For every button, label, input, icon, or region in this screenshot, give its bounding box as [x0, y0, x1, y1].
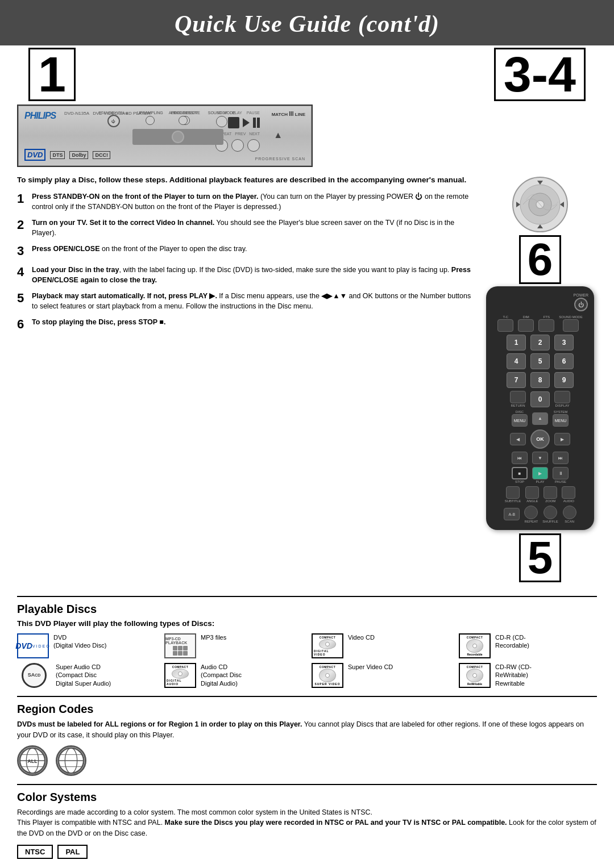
remote-power-row: POWER ⏻ — [492, 293, 588, 311]
num-5-button[interactable]: 5 — [530, 353, 550, 369]
disc-menu-button[interactable]: MENU — [512, 414, 528, 427]
fts-button[interactable] — [538, 319, 554, 332]
mp3-disc-item: MP3-CD PLAYBACK MP3 files — [164, 633, 302, 658]
remote-menu-row: DISC MENU ▲ SYSTEM MENU — [492, 410, 588, 427]
return-button[interactable] — [510, 391, 526, 403]
eject-button[interactable]: ▲ — [273, 130, 283, 140]
audiocd-disc-item: COMPACT DIGITAL AUDIO Audio CD(Compact D… — [164, 663, 302, 688]
step-1: 1 Press STANDBY-ON on the front of the P… — [17, 191, 472, 212]
dvd-logo: DVD VIDEO — [17, 633, 49, 658]
steps-list: 1 Press STANDBY-ON on the front of the P… — [17, 191, 472, 332]
page-title: Quick Use Guide (cont'd) — [0, 10, 614, 37]
display-button[interactable] — [554, 391, 570, 403]
step-3: 3 Press OPEN/CLOSE on the front of the P… — [17, 244, 472, 258]
remote-nav-row: ⏮ ▼ ⏭ — [492, 452, 588, 464]
step-2-number: 2 — [17, 218, 27, 232]
up-arrow-button[interactable]: ▲ — [532, 412, 548, 425]
mp3-desc: MP3 files — [201, 633, 226, 641]
stop-button[interactable]: ■ — [512, 467, 528, 479]
remote-num-row-2: 4 5 6 — [492, 353, 588, 369]
match-line-label: MATCH III LINE — [272, 111, 305, 117]
remote-mode-row: T-C DIM FTS SOUND MODE — [492, 315, 588, 332]
cdr-disc-item: COMPACT Recordable CD-R (CD-Recordable) — [459, 633, 597, 658]
scan-button[interactable] — [563, 506, 576, 519]
num-2-button[interactable]: 2 — [530, 335, 550, 350]
step-6-text: To stop playing the Disc, press STOP ■. — [32, 317, 165, 327]
num-0-button[interactable]: 0 — [530, 391, 550, 407]
pause-button[interactable]: ⏸ — [553, 467, 569, 479]
mp3-logo: MP3-CD PLAYBACK — [164, 633, 196, 658]
remote-transport-row: ■ STOP ▶ PLAY ⏸ PAUSE — [492, 467, 588, 483]
step-1-number: 1 — [17, 191, 27, 206]
big-step-1: 1 — [28, 48, 76, 101]
num-4-button[interactable]: 4 — [507, 353, 526, 369]
remote-control: POWER ⏻ T-C DIM FTS — [486, 286, 594, 530]
discs-grid: DVD VIDEO DVD(Digital Video Disc) MP3-CD… — [17, 633, 597, 688]
rewind-button[interactable]: ⏮ — [512, 452, 528, 464]
all-regions-logo: ALL — [17, 745, 48, 776]
svg-text:ALL: ALL — [27, 758, 38, 764]
ab-button[interactable]: A-B — [504, 508, 520, 520]
play-button[interactable]: ▶ — [532, 467, 548, 479]
region-codes-text: DVDs must be labeled for ALL regions or … — [17, 719, 597, 741]
right-column: 6 POWER ⏻ T-C DIM — [483, 170, 597, 586]
region-codes-section: Region Codes DVDs must be labeled for AL… — [17, 696, 597, 776]
remote-misc-row: A-B REPEAT SHUFFLE SCAN — [492, 506, 588, 523]
tc-button[interactable] — [497, 319, 513, 332]
zoom-button[interactable] — [544, 486, 557, 499]
dim-button[interactable] — [518, 319, 534, 332]
svcd-disc-item: COMPACT SUPER VIDEO Super Video CD — [312, 663, 450, 688]
num-8-button[interactable]: 8 — [530, 372, 550, 388]
ntsc-pal-row: NTSC PAL — [17, 845, 597, 859]
audiocd-desc: Audio CD(Compact DiscDigital Audio) — [201, 663, 242, 687]
num-1-button[interactable]: 1 — [507, 335, 526, 350]
format-logos: DVD DTS Dolby DCC! — [24, 149, 110, 161]
sound-mode-button[interactable] — [563, 319, 579, 332]
remote-return-row: RETURN 0 DISPLAY — [492, 391, 588, 407]
num-9-button[interactable]: 9 — [554, 372, 574, 388]
page-header: Quick Use Guide (cont'd) — [0, 0, 614, 45]
step-6: 6 To stop playing the Disc, press STOP ■… — [17, 317, 472, 332]
num-3-button[interactable]: 3 — [554, 335, 574, 350]
cdrw-logo: COMPACT ReWritable — [459, 663, 491, 688]
videocd-desc: Video CD — [348, 633, 375, 641]
down-arrow-button[interactable]: ▼ — [532, 452, 548, 464]
dvd-disc-item: DVD VIDEO DVD(Digital Video Disc) — [17, 633, 155, 658]
right-arrow-button[interactable]: ▶ — [554, 433, 570, 445]
remote-num-row-1: 1 2 3 — [492, 335, 588, 350]
brand-logo: PHILIPS — [24, 111, 56, 121]
intro-text: To simply play a Disc, follow these step… — [17, 175, 472, 186]
tc-button-group: T-C — [497, 315, 513, 332]
player-controls: STANDBY/ON ▲ ⏻ UPSAMPLING PROGRESSIVE SO… — [98, 111, 235, 127]
videocd-disc-item: COMPACT DIGITAL VIDEO Video CD — [312, 633, 450, 658]
step-1-text: Press STANDBY-ON on the front of the Pla… — [32, 191, 472, 212]
audio-direct-label: AUDIO DIRECT — [169, 111, 197, 126]
step-4-number: 4 — [17, 265, 27, 279]
num-7-button[interactable]: 7 — [507, 372, 526, 388]
step-numbers-row: 1 3-4 — [17, 45, 597, 101]
remote-num-row-3: 7 8 9 — [492, 372, 588, 388]
cdr-desc: CD-R (CD-Recordable) — [495, 633, 529, 650]
power-button[interactable]: ⏻ — [574, 298, 588, 311]
num-6-button[interactable]: 6 — [554, 353, 574, 369]
pal-label: PAL — [57, 845, 88, 859]
repeat-button[interactable] — [524, 506, 538, 519]
angle-button[interactable] — [525, 486, 539, 499]
region-codes-title: Region Codes — [17, 703, 597, 716]
cdrw-desc: CD-RW (CD-ReWritable)Rewritable — [495, 663, 532, 687]
remote-feature-row: SUBTITLE ANGLE ZOOM AUDIO — [492, 486, 588, 503]
step-5-text: Playback may start automatically. If not… — [32, 291, 472, 311]
playable-discs-title: Playable Discs — [17, 603, 597, 616]
playable-discs-section: Playable Discs This DVD Player will play… — [17, 596, 597, 688]
left-arrow-button[interactable]: ◀ — [510, 433, 526, 445]
ok-button[interactable]: OK — [530, 429, 550, 449]
shuffle-button[interactable] — [544, 506, 557, 519]
fast-forward-button[interactable]: ⏭ — [553, 452, 569, 464]
dvd-player-image: PHILIPS DVD-N135A DVD VIDEO/SACD PLAYER … — [17, 105, 313, 167]
audiocd-logo: COMPACT DIGITAL AUDIO — [164, 663, 196, 688]
ntsc-label: NTSC — [17, 845, 53, 859]
subtitle-button[interactable] — [506, 486, 520, 499]
system-menu-button[interactable]: MENU — [553, 414, 569, 427]
playable-discs-subtitle: This DVD Player will play the following … — [17, 619, 597, 628]
audio-button[interactable] — [562, 486, 575, 499]
